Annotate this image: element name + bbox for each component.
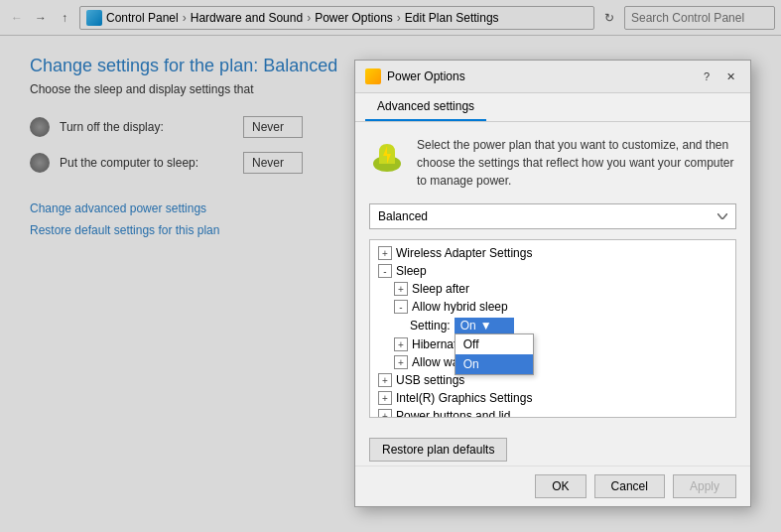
power-options-icon (365, 68, 381, 84)
tree-sleep[interactable]: - Sleep (370, 262, 735, 280)
cancel-button[interactable]: Cancel (594, 474, 665, 498)
modal-restore-row: Restore plan defaults (355, 432, 750, 466)
setting-label-text: Setting: (410, 319, 451, 332)
tree-intel-label: Intel(R) Graphics Settings (396, 391, 532, 405)
plan-dropdown[interactable]: Balanced Power saver High performance (369, 203, 736, 229)
apply-button[interactable]: Apply (673, 474, 736, 498)
modal-title-left: Power Options (365, 68, 465, 84)
modal-body: Select the power plan that you want to c… (355, 122, 750, 432)
tree-scroll[interactable]: + Wireless Adapter Settings - Sleep + Sl… (370, 240, 735, 417)
dropdown-option-off[interactable]: Off (456, 334, 533, 354)
modal-controls: ? ✕ (697, 66, 740, 86)
settings-tree: + Wireless Adapter Settings - Sleep + Sl… (369, 239, 736, 418)
modal-action-buttons: OK Cancel Apply (355, 466, 750, 506)
expand-hybrid-icon[interactable]: - (394, 300, 408, 314)
expand-usb-icon[interactable]: + (378, 373, 392, 387)
power-plan-icon (369, 136, 405, 176)
expand-hibernate-icon[interactable]: + (394, 337, 408, 351)
expand-wireless-icon[interactable]: + (378, 246, 392, 260)
modal-close-button[interactable]: ✕ (720, 66, 740, 86)
plan-dropdown-row: Balanced Power saver High performance (369, 203, 736, 229)
expand-sleep-icon[interactable]: - (378, 264, 392, 278)
tree-hibernate[interactable]: + Hibernate af (370, 335, 735, 353)
modal-tab-bar: Advanced settings (355, 93, 750, 122)
modal-desc-row: Select the power plan that you want to c… (369, 136, 736, 190)
modal-help-button[interactable]: ? (697, 66, 716, 86)
modal-title-text: Power Options (387, 69, 465, 83)
tree-power-buttons[interactable]: + Power buttons and lid (370, 407, 735, 417)
tree-wireless-label: Wireless Adapter Settings (396, 246, 532, 260)
tree-hybrid-sleep[interactable]: - Allow hybrid sleep (370, 298, 735, 316)
setting-dropdown-trigger[interactable]: On ▼ (455, 318, 514, 333)
modal-titlebar: Power Options ? ✕ (355, 61, 750, 93)
tree-sleep-label: Sleep (396, 264, 427, 278)
setting-current-value: On (460, 319, 476, 332)
tree-hybrid-label: Allow hybrid sleep (412, 300, 508, 314)
tree-sleep-after-label: Sleep after (412, 282, 469, 296)
expand-intel-icon[interactable]: + (378, 391, 392, 405)
expand-sleep-after-icon[interactable]: + (394, 282, 408, 296)
tree-intel[interactable]: + Intel(R) Graphics Settings (370, 389, 735, 407)
tree-sleep-after[interactable]: + Sleep after (370, 280, 735, 298)
tree-wireless[interactable]: + Wireless Adapter Settings (370, 244, 735, 262)
dropdown-option-on[interactable]: On (456, 354, 533, 374)
tree-allow-wake[interactable]: + Allow wake (370, 353, 735, 371)
tree-power-buttons-label: Power buttons and lid (396, 409, 510, 417)
tree-setting-row: Setting: On ▼ Off On (370, 316, 735, 335)
setting-dropdown-container: On ▼ Off On (455, 318, 514, 333)
tab-advanced-settings[interactable]: Advanced settings (365, 93, 486, 121)
modal-desc-text: Select the power plan that you want to c… (417, 136, 736, 190)
expand-power-buttons-icon[interactable]: + (378, 409, 392, 417)
setting-dropdown-list: Off On (455, 333, 534, 375)
tree-usb[interactable]: + USB settings (370, 371, 735, 389)
ok-button[interactable]: OK (535, 474, 586, 498)
tree-usb-label: USB settings (396, 373, 464, 387)
power-options-modal: Power Options ? ✕ Advanced settings (354, 60, 751, 507)
modal-overlay: Power Options ? ✕ Advanced settings (0, 0, 781, 532)
setting-dropdown-arrow: ▼ (480, 319, 492, 332)
restore-plan-defaults-button[interactable]: Restore plan defaults (369, 438, 507, 462)
expand-wake-icon[interactable]: + (394, 355, 408, 369)
